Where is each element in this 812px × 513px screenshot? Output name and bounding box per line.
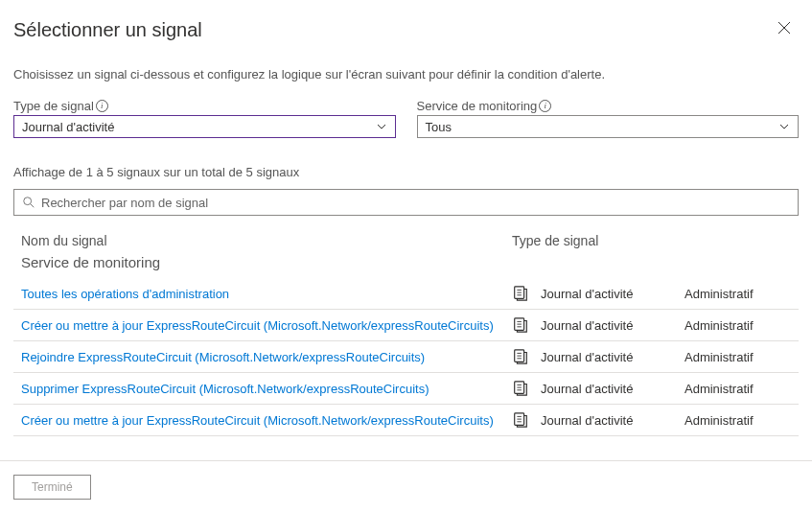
- signals-table: Nom du signal Type de signal Service de …: [13, 225, 799, 436]
- monitor-service-text: Administratif: [681, 318, 791, 333]
- table-row[interactable]: Créer ou mettre à jour ExpressRouteCircu…: [13, 405, 799, 436]
- col-signal-name: Nom du signal: [21, 233, 500, 248]
- monitor-service-label: Service de monitoring i: [417, 99, 800, 113]
- close-icon: [777, 21, 791, 35]
- activity-log-icon: [512, 316, 529, 334]
- signal-name-link[interactable]: Créer ou mettre à jour ExpressRouteCircu…: [21, 413, 500, 428]
- activity-log-icon: [512, 285, 529, 302]
- search-box[interactable]: [13, 189, 799, 216]
- signal-type-label: Type de signal i: [13, 99, 396, 113]
- signal-type-text: Journal d'activité: [541, 318, 675, 333]
- table-row[interactable]: Supprimer ExpressRouteCircuit (Microsoft…: [13, 373, 799, 405]
- close-button[interactable]: [774, 17, 795, 42]
- dialog-subtitle: Choisissez un signal ci-dessous et confi…: [0, 50, 812, 99]
- signal-name-link[interactable]: Toutes les opérations d'administration: [21, 287, 500, 301]
- info-icon[interactable]: i: [96, 100, 108, 112]
- monitor-service-select[interactable]: Tous: [417, 115, 800, 138]
- monitor-service-text: Administratif: [681, 413, 791, 428]
- signal-type-text: Journal d'activité: [541, 413, 675, 428]
- svg-line-1: [31, 204, 35, 208]
- results-count: Affichage de 1 à 5 signaux sur un total …: [0, 138, 812, 189]
- svg-point-0: [24, 198, 32, 205]
- activity-log-icon: [512, 348, 529, 365]
- monitor-service-label-text: Service de monitoring: [417, 99, 538, 113]
- signal-name-link[interactable]: Créer ou mettre à jour ExpressRouteCircu…: [21, 318, 500, 333]
- info-icon[interactable]: i: [539, 100, 551, 112]
- col-monitor-service: Service de monitoring: [21, 254, 500, 270]
- done-button[interactable]: Terminé: [13, 475, 91, 500]
- signal-name-link[interactable]: Supprimer ExpressRouteCircuit (Microsoft…: [21, 382, 500, 396]
- monitor-service-value: Tous: [426, 120, 452, 134]
- monitor-service-text: Administratif: [681, 287, 791, 301]
- search-input[interactable]: [41, 196, 790, 210]
- activity-log-icon: [512, 380, 529, 397]
- monitor-service-text: Administratif: [681, 350, 791, 364]
- table-row[interactable]: Créer ou mettre à jour ExpressRouteCircu…: [13, 310, 799, 341]
- activity-log-icon: [512, 411, 529, 429]
- table-row[interactable]: Toutes les opérations d'administrationJo…: [13, 278, 799, 310]
- signal-type-label-text: Type de signal: [13, 99, 94, 113]
- monitor-service-text: Administratif: [681, 382, 791, 396]
- table-row[interactable]: Rejoindre ExpressRouteCircuit (Microsoft…: [13, 341, 799, 373]
- signal-name-link[interactable]: Rejoindre ExpressRouteCircuit (Microsoft…: [21, 350, 500, 364]
- chevron-down-icon: [778, 121, 790, 132]
- signal-type-text: Journal d'activité: [541, 382, 675, 396]
- chevron-down-icon: [376, 121, 387, 132]
- col-signal-type: Type de signal: [506, 233, 675, 248]
- search-icon: [22, 196, 35, 209]
- signal-type-text: Journal d'activité: [541, 287, 675, 301]
- signal-type-select[interactable]: Journal d'activité: [13, 115, 396, 138]
- dialog-title: Sélectionner un signal: [13, 19, 202, 41]
- signal-type-value: Journal d'activité: [22, 120, 114, 134]
- signal-type-text: Journal d'activité: [541, 350, 675, 364]
